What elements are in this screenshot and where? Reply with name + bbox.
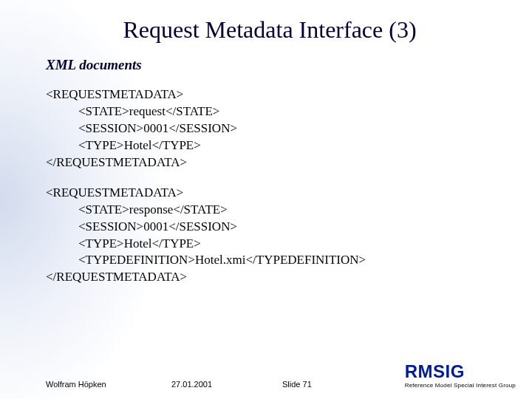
footer-logo: RMSIG [405, 361, 516, 382]
xml-state-line: <STATE>request</STATE> [46, 103, 494, 120]
xml-type-line: <TYPE>Hotel</TYPE> [46, 236, 494, 253]
xml-typedef-line: <TYPEDEFINITION>Hotel.xmi</TYPEDEFINITIO… [46, 252, 494, 269]
xml-open-tag: <REQUESTMETADATA> [46, 185, 494, 202]
footer-tagline: Reference Model Special Interest Group [405, 382, 516, 389]
slide-content: Request Metadata Interface (3) XML docum… [0, 0, 532, 399]
xml-type-line: <TYPE>Hotel</TYPE> [46, 137, 494, 154]
xml-open-tag: <REQUESTMETADATA> [46, 86, 494, 103]
xml-close-tag: </REQUESTMETADATA> [46, 154, 494, 171]
footer-date: 27.01.2001 [171, 380, 282, 389]
footer-author: Wolfram Höpken [46, 380, 171, 389]
slide-footer: Wolfram Höpken 27.01.2001 Slide 71 RMSIG… [0, 361, 532, 389]
slide-subtitle: XML documents [46, 57, 494, 73]
xml-session-line: <SESSION>0001</SESSION> [46, 219, 494, 236]
slide-title: Request Metadata Interface (3) [46, 16, 494, 44]
xml-block-response: <REQUESTMETADATA> <STATE>response</STATE… [46, 185, 494, 287]
xml-block-request: <REQUESTMETADATA> <STATE>request</STATE>… [46, 86, 494, 171]
xml-state-line: <STATE>response</STATE> [46, 202, 494, 219]
footer-brand: RMSIG Reference Model Special Interest G… [405, 361, 516, 389]
xml-session-line: <SESSION>0001</SESSION> [46, 120, 494, 137]
xml-close-tag: </REQUESTMETADATA> [46, 269, 494, 286]
footer-slide-number: Slide 71 [282, 380, 364, 389]
